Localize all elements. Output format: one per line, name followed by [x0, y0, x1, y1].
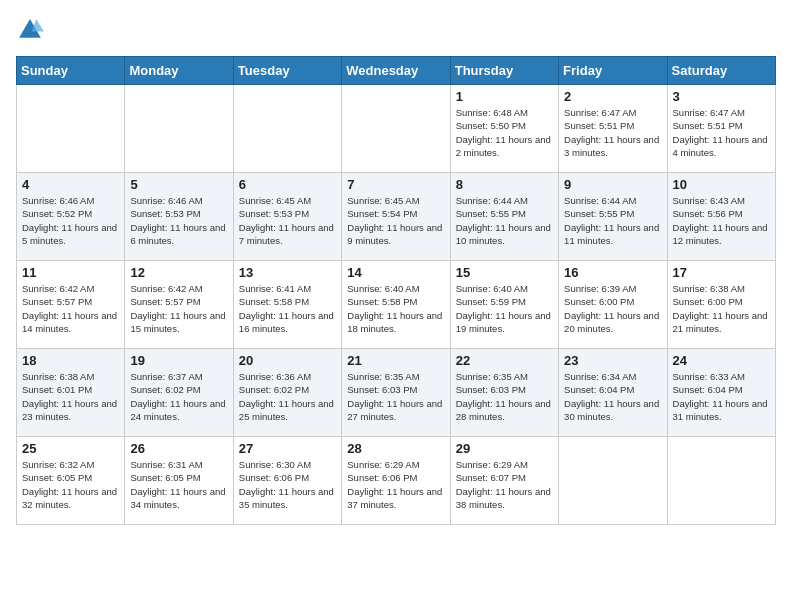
- page-header: [16, 16, 776, 44]
- day-header-saturday: Saturday: [667, 57, 775, 85]
- day-info: Sunrise: 6:45 AM Sunset: 5:54 PM Dayligh…: [347, 194, 444, 247]
- calendar-week-1: 1Sunrise: 6:48 AM Sunset: 5:50 PM Daylig…: [17, 85, 776, 173]
- day-number: 25: [22, 441, 119, 456]
- calendar-cell: [125, 85, 233, 173]
- calendar-cell: 5Sunrise: 6:46 AM Sunset: 5:53 PM Daylig…: [125, 173, 233, 261]
- logo-icon: [16, 16, 44, 44]
- day-info: Sunrise: 6:45 AM Sunset: 5:53 PM Dayligh…: [239, 194, 336, 247]
- day-info: Sunrise: 6:32 AM Sunset: 6:05 PM Dayligh…: [22, 458, 119, 511]
- calendar-cell: 2Sunrise: 6:47 AM Sunset: 5:51 PM Daylig…: [559, 85, 667, 173]
- calendar-cell: 6Sunrise: 6:45 AM Sunset: 5:53 PM Daylig…: [233, 173, 341, 261]
- calendar-cell: 8Sunrise: 6:44 AM Sunset: 5:55 PM Daylig…: [450, 173, 558, 261]
- day-info: Sunrise: 6:40 AM Sunset: 5:58 PM Dayligh…: [347, 282, 444, 335]
- day-number: 24: [673, 353, 770, 368]
- calendar-week-4: 18Sunrise: 6:38 AM Sunset: 6:01 PM Dayli…: [17, 349, 776, 437]
- day-info: Sunrise: 6:47 AM Sunset: 5:51 PM Dayligh…: [564, 106, 661, 159]
- day-info: Sunrise: 6:44 AM Sunset: 5:55 PM Dayligh…: [564, 194, 661, 247]
- day-info: Sunrise: 6:29 AM Sunset: 6:07 PM Dayligh…: [456, 458, 553, 511]
- day-info: Sunrise: 6:34 AM Sunset: 6:04 PM Dayligh…: [564, 370, 661, 423]
- day-number: 7: [347, 177, 444, 192]
- calendar-cell: 25Sunrise: 6:32 AM Sunset: 6:05 PM Dayli…: [17, 437, 125, 525]
- calendar-cell: 19Sunrise: 6:37 AM Sunset: 6:02 PM Dayli…: [125, 349, 233, 437]
- calendar-cell: 26Sunrise: 6:31 AM Sunset: 6:05 PM Dayli…: [125, 437, 233, 525]
- day-number: 5: [130, 177, 227, 192]
- day-info: Sunrise: 6:47 AM Sunset: 5:51 PM Dayligh…: [673, 106, 770, 159]
- day-info: Sunrise: 6:29 AM Sunset: 6:06 PM Dayligh…: [347, 458, 444, 511]
- day-number: 29: [456, 441, 553, 456]
- calendar-cell: 7Sunrise: 6:45 AM Sunset: 5:54 PM Daylig…: [342, 173, 450, 261]
- day-number: 23: [564, 353, 661, 368]
- day-number: 28: [347, 441, 444, 456]
- day-number: 18: [22, 353, 119, 368]
- day-number: 9: [564, 177, 661, 192]
- day-info: Sunrise: 6:48 AM Sunset: 5:50 PM Dayligh…: [456, 106, 553, 159]
- day-number: 16: [564, 265, 661, 280]
- day-info: Sunrise: 6:37 AM Sunset: 6:02 PM Dayligh…: [130, 370, 227, 423]
- day-info: Sunrise: 6:33 AM Sunset: 6:04 PM Dayligh…: [673, 370, 770, 423]
- calendar-cell: 12Sunrise: 6:42 AM Sunset: 5:57 PM Dayli…: [125, 261, 233, 349]
- calendar-cell: 15Sunrise: 6:40 AM Sunset: 5:59 PM Dayli…: [450, 261, 558, 349]
- calendar-cell: [17, 85, 125, 173]
- calendar-cell: 27Sunrise: 6:30 AM Sunset: 6:06 PM Dayli…: [233, 437, 341, 525]
- calendar-cell: [342, 85, 450, 173]
- calendar-cell: 14Sunrise: 6:40 AM Sunset: 5:58 PM Dayli…: [342, 261, 450, 349]
- day-number: 2: [564, 89, 661, 104]
- calendar-cell: 28Sunrise: 6:29 AM Sunset: 6:06 PM Dayli…: [342, 437, 450, 525]
- day-number: 8: [456, 177, 553, 192]
- calendar-cell: [667, 437, 775, 525]
- day-number: 13: [239, 265, 336, 280]
- day-info: Sunrise: 6:30 AM Sunset: 6:06 PM Dayligh…: [239, 458, 336, 511]
- calendar-cell: 3Sunrise: 6:47 AM Sunset: 5:51 PM Daylig…: [667, 85, 775, 173]
- calendar-week-3: 11Sunrise: 6:42 AM Sunset: 5:57 PM Dayli…: [17, 261, 776, 349]
- calendar-cell: 20Sunrise: 6:36 AM Sunset: 6:02 PM Dayli…: [233, 349, 341, 437]
- day-number: 1: [456, 89, 553, 104]
- calendar-cell: 9Sunrise: 6:44 AM Sunset: 5:55 PM Daylig…: [559, 173, 667, 261]
- calendar-cell: 21Sunrise: 6:35 AM Sunset: 6:03 PM Dayli…: [342, 349, 450, 437]
- day-number: 20: [239, 353, 336, 368]
- calendar-table: SundayMondayTuesdayWednesdayThursdayFrid…: [16, 56, 776, 525]
- day-info: Sunrise: 6:38 AM Sunset: 6:00 PM Dayligh…: [673, 282, 770, 335]
- calendar-cell: 1Sunrise: 6:48 AM Sunset: 5:50 PM Daylig…: [450, 85, 558, 173]
- day-number: 10: [673, 177, 770, 192]
- calendar-week-5: 25Sunrise: 6:32 AM Sunset: 6:05 PM Dayli…: [17, 437, 776, 525]
- calendar-cell: 4Sunrise: 6:46 AM Sunset: 5:52 PM Daylig…: [17, 173, 125, 261]
- calendar-cell: 23Sunrise: 6:34 AM Sunset: 6:04 PM Dayli…: [559, 349, 667, 437]
- day-info: Sunrise: 6:31 AM Sunset: 6:05 PM Dayligh…: [130, 458, 227, 511]
- calendar-cell: 10Sunrise: 6:43 AM Sunset: 5:56 PM Dayli…: [667, 173, 775, 261]
- day-info: Sunrise: 6:38 AM Sunset: 6:01 PM Dayligh…: [22, 370, 119, 423]
- calendar-cell: 29Sunrise: 6:29 AM Sunset: 6:07 PM Dayli…: [450, 437, 558, 525]
- day-number: 21: [347, 353, 444, 368]
- day-number: 15: [456, 265, 553, 280]
- day-info: Sunrise: 6:46 AM Sunset: 5:53 PM Dayligh…: [130, 194, 227, 247]
- day-info: Sunrise: 6:41 AM Sunset: 5:58 PM Dayligh…: [239, 282, 336, 335]
- day-info: Sunrise: 6:42 AM Sunset: 5:57 PM Dayligh…: [22, 282, 119, 335]
- day-number: 12: [130, 265, 227, 280]
- calendar-header-row: SundayMondayTuesdayWednesdayThursdayFrid…: [17, 57, 776, 85]
- calendar-cell: 16Sunrise: 6:39 AM Sunset: 6:00 PM Dayli…: [559, 261, 667, 349]
- day-info: Sunrise: 6:46 AM Sunset: 5:52 PM Dayligh…: [22, 194, 119, 247]
- day-header-thursday: Thursday: [450, 57, 558, 85]
- day-number: 27: [239, 441, 336, 456]
- day-number: 26: [130, 441, 227, 456]
- logo: [16, 16, 48, 44]
- calendar-cell: [559, 437, 667, 525]
- day-number: 6: [239, 177, 336, 192]
- calendar-cell: 24Sunrise: 6:33 AM Sunset: 6:04 PM Dayli…: [667, 349, 775, 437]
- calendar-week-2: 4Sunrise: 6:46 AM Sunset: 5:52 PM Daylig…: [17, 173, 776, 261]
- day-info: Sunrise: 6:35 AM Sunset: 6:03 PM Dayligh…: [347, 370, 444, 423]
- calendar-cell: 17Sunrise: 6:38 AM Sunset: 6:00 PM Dayli…: [667, 261, 775, 349]
- day-info: Sunrise: 6:36 AM Sunset: 6:02 PM Dayligh…: [239, 370, 336, 423]
- day-number: 14: [347, 265, 444, 280]
- day-info: Sunrise: 6:44 AM Sunset: 5:55 PM Dayligh…: [456, 194, 553, 247]
- day-header-friday: Friday: [559, 57, 667, 85]
- day-number: 22: [456, 353, 553, 368]
- day-header-sunday: Sunday: [17, 57, 125, 85]
- day-info: Sunrise: 6:43 AM Sunset: 5:56 PM Dayligh…: [673, 194, 770, 247]
- calendar-cell: 11Sunrise: 6:42 AM Sunset: 5:57 PM Dayli…: [17, 261, 125, 349]
- day-number: 4: [22, 177, 119, 192]
- day-header-monday: Monday: [125, 57, 233, 85]
- day-info: Sunrise: 6:40 AM Sunset: 5:59 PM Dayligh…: [456, 282, 553, 335]
- calendar-cell: 13Sunrise: 6:41 AM Sunset: 5:58 PM Dayli…: [233, 261, 341, 349]
- day-number: 19: [130, 353, 227, 368]
- day-header-wednesday: Wednesday: [342, 57, 450, 85]
